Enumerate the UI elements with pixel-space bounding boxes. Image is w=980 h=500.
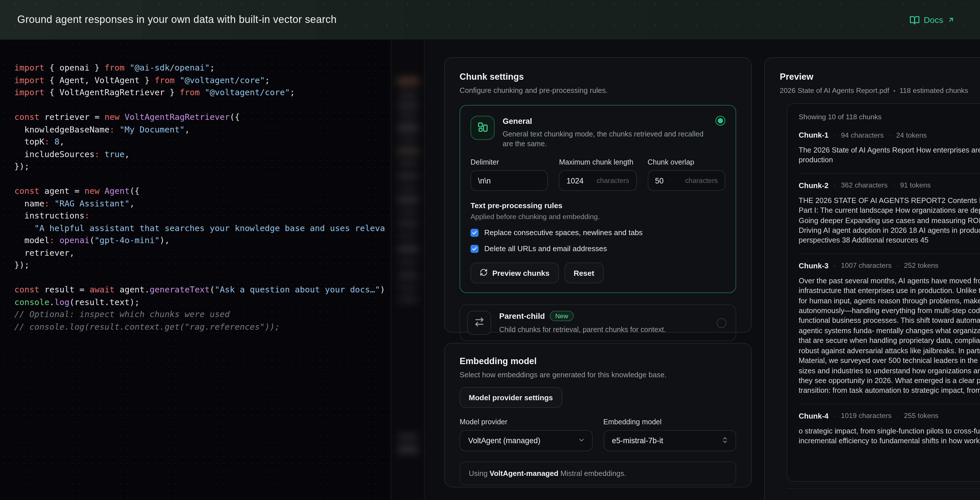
blurred-blob — [398, 271, 418, 279]
chunk-tokens: 255 tokens — [904, 412, 939, 420]
max-chunk-length-label: Maximum chunk length — [559, 158, 637, 166]
code-line: console.log(result.text); — [14, 296, 391, 308]
blurred-blob — [397, 446, 419, 454]
model-provider-settings-label: Model provider settings — [469, 393, 553, 402]
parent-child-icon-tile — [467, 311, 491, 335]
blurred-blob — [398, 113, 418, 119]
max-chunk-length-suffix: characters — [597, 176, 629, 185]
showing-count: Showing 10 of 118 chunks — [799, 113, 980, 121]
blurred-blob — [397, 245, 419, 252]
preview-file-info: 2026 State of AI Agents Report.pdf • 118… — [780, 87, 980, 95]
general-mode-option[interactable]: General General text chunking mode, the … — [460, 105, 736, 293]
blurred-blob — [396, 146, 419, 155]
blurred-blob — [398, 296, 418, 303]
chunk-overlap-input[interactable] — [655, 176, 682, 185]
dot-separator: · — [897, 262, 899, 269]
dot-separator: • — [893, 87, 896, 94]
new-badge: New — [549, 311, 574, 321]
chunk-characters: 362 characters — [841, 181, 888, 189]
preview-title: Preview — [780, 72, 980, 82]
dot-separator: · — [889, 132, 891, 138]
blurred-blob — [398, 284, 418, 291]
docs-link[interactable]: Docs — [909, 14, 955, 25]
model-provider-settings-button[interactable]: Model provider settings — [460, 387, 562, 408]
blurred-minimap-strip — [392, 40, 425, 500]
code-line: import { openai } from "@ai-sdk/openai"; — [14, 62, 391, 74]
blurred-blob — [396, 77, 419, 86]
embedding-model-card: Embedding model Select how embeddings ar… — [444, 343, 752, 487]
blurred-blob — [398, 433, 418, 441]
preview-footer-divider — [787, 489, 980, 489]
chevrons-up-down-icon — [721, 435, 729, 446]
chunk-id: Chunk-2 — [799, 181, 829, 190]
dot-separator: · — [893, 182, 895, 189]
blurred-blob — [398, 220, 418, 227]
model-provider-select[interactable]: VoltAgent (managed) — [460, 430, 592, 451]
chunk-entry: Chunk-3·1007 characters·252 tokensOver t… — [799, 254, 980, 404]
chunk-tokens: 91 tokens — [900, 181, 931, 189]
parent-child-option[interactable]: Parent-childNew Child chunks for retriev… — [460, 305, 736, 341]
general-mode-description: General text chunking mode, the chunks r… — [503, 130, 708, 149]
general-mode-icon-tile — [471, 116, 495, 140]
app-window: Ground agent responses in your own data … — [0, 0, 980, 500]
preview-panel: Preview 2026 State of AI Agents Report.p… — [764, 57, 980, 500]
arrow-up-right-icon — [947, 16, 955, 24]
replace-spaces-checkbox[interactable] — [471, 229, 479, 237]
chunk-characters: 1019 characters — [841, 412, 891, 420]
dot-separator: · — [834, 412, 836, 419]
code-line — [14, 173, 391, 185]
chevron-down-icon — [578, 435, 585, 446]
chunk-list[interactable]: Showing 10 of 118 chunks Chunk-1·94 char… — [787, 103, 980, 482]
chunk-entry: Chunk-2·362 characters·91 tokensTHE 2026… — [799, 173, 980, 254]
embedding-note-suffix: Mistral embeddings. — [558, 469, 626, 478]
blurred-blob — [398, 209, 418, 216]
code-line: instructions: — [14, 210, 391, 222]
blurred-blob — [398, 259, 418, 266]
preview-file-name: 2026 State of AI Agents Report.pdf — [780, 87, 889, 95]
chunk-settings-card: Chunk settings Configure chunking and pr… — [444, 57, 752, 333]
general-mode-radio[interactable] — [716, 116, 725, 125]
code-line: knowledgeBaseName: "My Document", — [14, 124, 391, 136]
embedding-model-select[interactable]: e5-mistral-7b-it — [603, 430, 736, 451]
code-line: name: "RAG Assistant", — [14, 198, 391, 210]
chunk-overlap-label: Chunk overlap — [648, 158, 725, 166]
parent-child-radio[interactable] — [717, 318, 726, 328]
refresh-icon — [480, 268, 488, 278]
code-line: const result = await agent.generateText(… — [14, 284, 391, 296]
code-line: model: openai("gpt-4o-mini"), — [14, 235, 391, 247]
dot-separator: · — [834, 262, 836, 269]
model-provider-label: Model provider — [460, 418, 592, 426]
code-line: import { VoltAgentRagRetriever } from "@… — [14, 87, 391, 99]
chunk-settings-subtitle: Configure chunking and pre-processing ru… — [460, 86, 736, 95]
embedding-note-bold: VoltAgent-managed — [490, 469, 558, 478]
chunk-characters: 94 characters — [841, 131, 884, 139]
book-icon — [909, 14, 920, 25]
chunk-overlap-suffix: characters — [685, 176, 718, 185]
code-line: }); — [14, 160, 391, 173]
max-chunk-length-input[interactable] — [566, 176, 593, 185]
embedding-title: Embedding model — [460, 356, 736, 367]
code-line: // console.log(result.context.get("rag.r… — [14, 321, 391, 333]
code-editor[interactable]: import { openai } from "@ai-sdk/openai";… — [0, 40, 391, 500]
embedding-note-prefix: Using — [469, 469, 490, 478]
chunk-text: Over the past several months, AI agents … — [799, 276, 980, 396]
code-line: const agent = new Agent({ — [14, 185, 391, 198]
chunk-id: Chunk-4 — [799, 411, 829, 420]
chunk-text: o strategic impact, from single-function… — [799, 426, 980, 446]
arrows-right-left-icon — [474, 316, 485, 329]
chunk-settings-title: Chunk settings — [460, 72, 736, 82]
code-line — [14, 271, 391, 284]
chunk-id: Chunk-3 — [799, 262, 829, 270]
reset-label: Reset — [573, 269, 594, 277]
general-mode-title: General — [503, 117, 708, 125]
dot-separator: · — [897, 412, 899, 419]
reset-button[interactable]: Reset — [564, 263, 603, 283]
code-line: // Optional: inspect which chunks were u… — [14, 308, 391, 321]
blurred-blob — [398, 173, 418, 179]
delimiter-input[interactable] — [478, 176, 541, 185]
chunk-entry: Chunk-4·1019 characters·255 tokenso stra… — [799, 403, 980, 454]
preview-chunks-button[interactable]: Preview chunks — [471, 263, 558, 283]
code-line: import { Agent, VoltAgent } from "@volta… — [14, 74, 391, 87]
delete-urls-checkbox[interactable] — [471, 244, 479, 252]
dot-separator: · — [834, 132, 836, 138]
